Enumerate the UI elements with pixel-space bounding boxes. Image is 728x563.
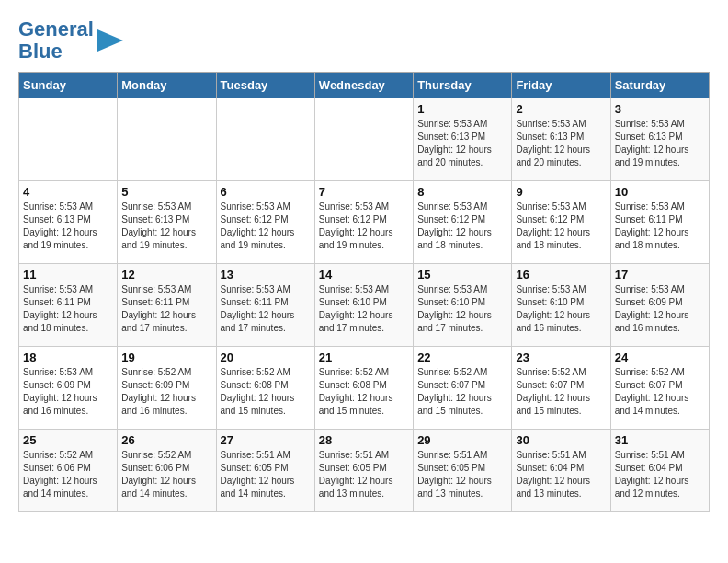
day-info: Sunrise: 5:53 AMSunset: 6:11 PMDaylight:… — [121, 283, 211, 335]
calendar-cell: 8Sunrise: 5:53 AMSunset: 6:12 PMDaylight… — [414, 181, 512, 264]
day-number: 30 — [516, 433, 606, 447]
day-info: Sunrise: 5:52 AMSunset: 6:06 PMDaylight:… — [23, 449, 113, 500]
day-number: 26 — [121, 433, 211, 447]
calendar-cell — [314, 98, 413, 181]
weekday-header-saturday: Saturday — [610, 73, 709, 98]
calendar-cell: 21Sunrise: 5:52 AMSunset: 6:08 PMDayligh… — [314, 347, 413, 430]
logo-text: General Blue — [18, 18, 94, 63]
calendar-cell: 10Sunrise: 5:53 AMSunset: 6:11 PMDayligh… — [610, 181, 709, 264]
day-number: 3 — [615, 102, 705, 116]
day-info: Sunrise: 5:52 AMSunset: 6:06 PMDaylight:… — [121, 449, 211, 500]
day-number: 8 — [417, 185, 507, 199]
day-number: 23 — [516, 350, 606, 364]
calendar-cell: 31Sunrise: 5:51 AMSunset: 6:04 PMDayligh… — [610, 430, 709, 512]
calendar-cell: 17Sunrise: 5:53 AMSunset: 6:09 PMDayligh… — [610, 264, 709, 347]
calendar-cell: 13Sunrise: 5:53 AMSunset: 6:11 PMDayligh… — [216, 264, 314, 347]
day-info: Sunrise: 5:52 AMSunset: 6:09 PMDaylight:… — [121, 366, 211, 418]
calendar-cell: 2Sunrise: 5:53 AMSunset: 6:13 PMDaylight… — [512, 98, 610, 181]
calendar-cell: 1Sunrise: 5:53 AMSunset: 6:13 PMDaylight… — [414, 98, 512, 181]
weekday-header-sunday: Sunday — [19, 73, 118, 98]
calendar-week-1: 1Sunrise: 5:53 AMSunset: 6:13 PMDaylight… — [19, 98, 710, 181]
day-info: Sunrise: 5:53 AMSunset: 6:13 PMDaylight:… — [516, 118, 606, 169]
calendar-cell — [118, 98, 216, 181]
calendar-cell: 20Sunrise: 5:52 AMSunset: 6:08 PMDayligh… — [216, 347, 314, 430]
calendar-week-5: 25Sunrise: 5:52 AMSunset: 6:06 PMDayligh… — [19, 430, 710, 512]
day-number: 2 — [516, 102, 606, 116]
day-number: 9 — [516, 185, 606, 199]
day-number: 24 — [615, 350, 705, 364]
day-info: Sunrise: 5:53 AMSunset: 6:10 PMDaylight:… — [516, 283, 606, 335]
day-info: Sunrise: 5:53 AMSunset: 6:09 PMDaylight:… — [23, 366, 113, 418]
calendar-cell — [19, 98, 118, 181]
calendar-table: SundayMondayTuesdayWednesdayThursdayFrid… — [18, 72, 710, 512]
day-number: 19 — [121, 350, 211, 364]
day-info: Sunrise: 5:53 AMSunset: 6:12 PMDaylight:… — [417, 201, 507, 252]
calendar-cell: 3Sunrise: 5:53 AMSunset: 6:13 PMDaylight… — [610, 98, 709, 181]
calendar-cell: 22Sunrise: 5:52 AMSunset: 6:07 PMDayligh… — [414, 347, 512, 430]
weekday-header-tuesday: Tuesday — [216, 73, 314, 98]
day-info: Sunrise: 5:53 AMSunset: 6:09 PMDaylight:… — [615, 283, 705, 335]
calendar-week-4: 18Sunrise: 5:53 AMSunset: 6:09 PMDayligh… — [19, 347, 710, 430]
day-number: 10 — [615, 185, 705, 199]
day-number: 17 — [615, 268, 705, 282]
day-number: 12 — [121, 268, 211, 282]
calendar-cell: 24Sunrise: 5:52 AMSunset: 6:07 PMDayligh… — [610, 347, 709, 430]
day-info: Sunrise: 5:51 AMSunset: 6:05 PMDaylight:… — [417, 449, 507, 500]
day-info: Sunrise: 5:53 AMSunset: 6:13 PMDaylight:… — [23, 201, 113, 252]
day-info: Sunrise: 5:53 AMSunset: 6:12 PMDaylight:… — [319, 201, 409, 252]
day-info: Sunrise: 5:53 AMSunset: 6:13 PMDaylight:… — [615, 118, 705, 169]
day-info: Sunrise: 5:51 AMSunset: 6:04 PMDaylight:… — [516, 449, 606, 500]
weekday-header-friday: Friday — [512, 73, 610, 98]
day-info: Sunrise: 5:53 AMSunset: 6:10 PMDaylight:… — [417, 283, 507, 335]
day-number: 7 — [319, 185, 409, 199]
day-number: 1 — [417, 102, 507, 116]
day-info: Sunrise: 5:53 AMSunset: 6:11 PMDaylight:… — [221, 283, 311, 335]
day-number: 4 — [23, 185, 113, 199]
day-info: Sunrise: 5:53 AMSunset: 6:10 PMDaylight:… — [319, 283, 409, 335]
day-info: Sunrise: 5:53 AMSunset: 6:13 PMDaylight:… — [417, 118, 507, 169]
calendar-week-3: 11Sunrise: 5:53 AMSunset: 6:11 PMDayligh… — [19, 264, 710, 347]
day-info: Sunrise: 5:52 AMSunset: 6:07 PMDaylight:… — [615, 366, 705, 418]
calendar-cell: 5Sunrise: 5:53 AMSunset: 6:13 PMDaylight… — [118, 181, 216, 264]
calendar-week-2: 4Sunrise: 5:53 AMSunset: 6:13 PMDaylight… — [19, 181, 710, 264]
day-info: Sunrise: 5:53 AMSunset: 6:12 PMDaylight:… — [516, 201, 606, 252]
calendar-cell — [216, 98, 314, 181]
calendar-cell: 15Sunrise: 5:53 AMSunset: 6:10 PMDayligh… — [414, 264, 512, 347]
logo-icon — [97, 29, 123, 52]
day-number: 27 — [221, 433, 311, 447]
calendar-cell: 27Sunrise: 5:51 AMSunset: 6:05 PMDayligh… — [216, 430, 314, 512]
day-number: 28 — [319, 433, 409, 447]
day-info: Sunrise: 5:53 AMSunset: 6:11 PMDaylight:… — [615, 201, 705, 252]
day-number: 11 — [23, 268, 113, 282]
weekday-header-thursday: Thursday — [414, 73, 512, 98]
day-info: Sunrise: 5:53 AMSunset: 6:13 PMDaylight:… — [121, 201, 211, 252]
calendar-cell: 29Sunrise: 5:51 AMSunset: 6:05 PMDayligh… — [414, 430, 512, 512]
day-number: 18 — [23, 350, 113, 364]
day-number: 14 — [319, 268, 409, 282]
day-info: Sunrise: 5:53 AMSunset: 6:12 PMDaylight:… — [221, 201, 311, 252]
calendar-cell: 23Sunrise: 5:52 AMSunset: 6:07 PMDayligh… — [512, 347, 610, 430]
day-info: Sunrise: 5:52 AMSunset: 6:07 PMDaylight:… — [417, 366, 507, 418]
day-info: Sunrise: 5:52 AMSunset: 6:07 PMDaylight:… — [516, 366, 606, 418]
calendar-cell: 11Sunrise: 5:53 AMSunset: 6:11 PMDayligh… — [19, 264, 118, 347]
calendar-cell: 7Sunrise: 5:53 AMSunset: 6:12 PMDaylight… — [314, 181, 413, 264]
day-info: Sunrise: 5:51 AMSunset: 6:05 PMDaylight:… — [221, 449, 311, 500]
svg-marker-0 — [97, 29, 123, 52]
day-number: 25 — [23, 433, 113, 447]
calendar-cell: 4Sunrise: 5:53 AMSunset: 6:13 PMDaylight… — [19, 181, 118, 264]
calendar-cell: 14Sunrise: 5:53 AMSunset: 6:10 PMDayligh… — [314, 264, 413, 347]
day-info: Sunrise: 5:51 AMSunset: 6:04 PMDaylight:… — [615, 449, 705, 500]
day-number: 16 — [516, 268, 606, 282]
page-header: General Blue — [18, 18, 710, 63]
day-number: 21 — [319, 350, 409, 364]
day-number: 15 — [417, 268, 507, 282]
weekday-header-wednesday: Wednesday — [314, 73, 413, 98]
day-info: Sunrise: 5:52 AMSunset: 6:08 PMDaylight:… — [221, 366, 311, 418]
day-number: 5 — [121, 185, 211, 199]
calendar-cell: 18Sunrise: 5:53 AMSunset: 6:09 PMDayligh… — [19, 347, 118, 430]
calendar-cell: 19Sunrise: 5:52 AMSunset: 6:09 PMDayligh… — [118, 347, 216, 430]
calendar-cell: 26Sunrise: 5:52 AMSunset: 6:06 PMDayligh… — [118, 430, 216, 512]
calendar-cell: 9Sunrise: 5:53 AMSunset: 6:12 PMDaylight… — [512, 181, 610, 264]
calendar-cell: 28Sunrise: 5:51 AMSunset: 6:05 PMDayligh… — [314, 430, 413, 512]
logo: General Blue — [18, 18, 123, 63]
